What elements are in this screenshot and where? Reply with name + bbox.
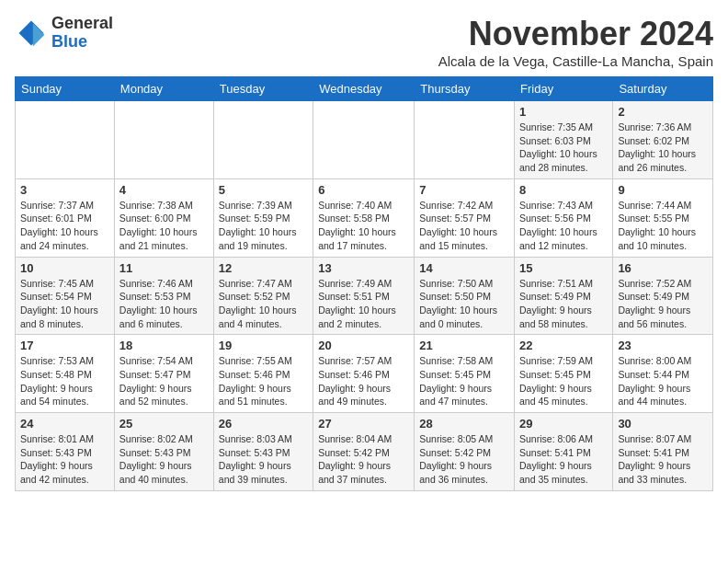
day-info: Sunrise: 7:35 AM Sunset: 6:03 PM Dayligh… <box>519 121 608 175</box>
day-cell: 21Sunrise: 7:58 AM Sunset: 5:45 PM Dayli… <box>415 335 515 413</box>
day-number: 28 <box>419 417 509 431</box>
weekday-header-friday: Friday <box>515 77 613 101</box>
day-info: Sunrise: 7:52 AM Sunset: 5:49 PM Dayligh… <box>618 277 708 331</box>
week-row-5: 24Sunrise: 8:01 AM Sunset: 5:43 PM Dayli… <box>16 413 713 491</box>
location-title: Alcala de la Vega, Castille-La Mancha, S… <box>438 53 713 69</box>
day-cell: 16Sunrise: 7:52 AM Sunset: 5:49 PM Dayli… <box>613 257 713 335</box>
day-cell: 11Sunrise: 7:46 AM Sunset: 5:53 PM Dayli… <box>114 257 213 335</box>
svg-marker-1 <box>33 23 45 46</box>
day-info: Sunrise: 7:40 AM Sunset: 5:58 PM Dayligh… <box>318 199 409 253</box>
day-number: 22 <box>519 339 608 352</box>
day-cell: 1Sunrise: 7:35 AM Sunset: 6:03 PM Daylig… <box>515 101 613 179</box>
day-info: Sunrise: 7:58 AM Sunset: 5:45 PM Dayligh… <box>419 354 509 408</box>
day-info: Sunrise: 7:55 AM Sunset: 5:46 PM Dayligh… <box>219 354 308 408</box>
day-cell: 2Sunrise: 7:36 AM Sunset: 6:02 PM Daylig… <box>613 101 713 179</box>
day-number: 30 <box>618 417 708 431</box>
day-cell <box>16 101 115 179</box>
day-number: 19 <box>219 339 308 352</box>
day-number: 27 <box>318 417 409 431</box>
day-cell: 3Sunrise: 7:37 AM Sunset: 6:01 PM Daylig… <box>16 178 115 257</box>
day-number: 5 <box>219 183 308 197</box>
day-info: Sunrise: 7:37 AM Sunset: 6:01 PM Dayligh… <box>20 199 109 253</box>
month-title: November 2024 <box>438 15 713 53</box>
calendar-body: 1Sunrise: 7:35 AM Sunset: 6:03 PM Daylig… <box>16 101 713 491</box>
day-number: 13 <box>318 261 409 275</box>
day-info: Sunrise: 8:06 AM Sunset: 5:41 PM Dayligh… <box>519 432 608 487</box>
day-info: Sunrise: 7:59 AM Sunset: 5:45 PM Dayligh… <box>519 354 608 408</box>
day-number: 18 <box>119 339 209 352</box>
day-cell: 18Sunrise: 7:54 AM Sunset: 5:47 PM Dayli… <box>114 335 213 413</box>
day-cell <box>313 101 415 179</box>
day-cell: 7Sunrise: 7:42 AM Sunset: 5:57 PM Daylig… <box>415 178 515 257</box>
day-cell: 22Sunrise: 7:59 AM Sunset: 5:45 PM Dayli… <box>515 335 613 413</box>
day-info: Sunrise: 8:05 AM Sunset: 5:42 PM Dayligh… <box>419 432 509 487</box>
day-cell: 14Sunrise: 7:50 AM Sunset: 5:50 PM Dayli… <box>415 257 515 335</box>
day-cell: 30Sunrise: 8:07 AM Sunset: 5:41 PM Dayli… <box>613 413 713 491</box>
day-info: Sunrise: 7:43 AM Sunset: 5:56 PM Dayligh… <box>519 199 608 253</box>
day-number: 25 <box>119 417 209 431</box>
day-cell <box>114 101 213 179</box>
calendar: SundayMondayTuesdayWednesdayThursdayFrid… <box>15 76 713 491</box>
day-info: Sunrise: 8:04 AM Sunset: 5:42 PM Dayligh… <box>318 432 409 487</box>
day-info: Sunrise: 7:42 AM Sunset: 5:57 PM Dayligh… <box>419 199 509 253</box>
day-info: Sunrise: 7:46 AM Sunset: 5:53 PM Dayligh… <box>119 277 209 331</box>
weekday-header-monday: Monday <box>114 77 213 101</box>
day-info: Sunrise: 7:50 AM Sunset: 5:50 PM Dayligh… <box>419 277 509 331</box>
day-number: 1 <box>519 105 608 119</box>
weekday-header-thursday: Thursday <box>415 77 515 101</box>
day-cell: 5Sunrise: 7:39 AM Sunset: 5:59 PM Daylig… <box>213 178 313 257</box>
day-info: Sunrise: 7:47 AM Sunset: 5:52 PM Dayligh… <box>219 277 308 331</box>
day-cell: 20Sunrise: 7:57 AM Sunset: 5:46 PM Dayli… <box>313 335 415 413</box>
day-cell: 13Sunrise: 7:49 AM Sunset: 5:51 PM Dayli… <box>313 257 415 335</box>
day-info: Sunrise: 8:00 AM Sunset: 5:44 PM Dayligh… <box>618 354 708 408</box>
logo-general: General <box>51 15 113 33</box>
day-number: 6 <box>318 183 409 197</box>
day-number: 8 <box>519 183 608 197</box>
day-info: Sunrise: 7:38 AM Sunset: 6:00 PM Dayligh… <box>119 199 209 253</box>
day-info: Sunrise: 7:54 AM Sunset: 5:47 PM Dayligh… <box>119 354 209 408</box>
day-number: 3 <box>20 183 109 197</box>
day-number: 20 <box>318 339 409 352</box>
day-number: 2 <box>618 105 708 119</box>
title-area: November 2024 Alcala de la Vega, Castill… <box>438 15 713 69</box>
logo-icon <box>15 17 48 50</box>
day-number: 12 <box>219 261 308 275</box>
day-cell: 4Sunrise: 7:38 AM Sunset: 6:00 PM Daylig… <box>114 178 213 257</box>
day-number: 16 <box>618 261 708 275</box>
day-cell: 25Sunrise: 8:02 AM Sunset: 5:43 PM Dayli… <box>114 413 213 491</box>
day-number: 7 <box>419 183 509 197</box>
day-number: 4 <box>119 183 209 197</box>
day-cell: 26Sunrise: 8:03 AM Sunset: 5:43 PM Dayli… <box>213 413 313 491</box>
day-number: 17 <box>20 339 109 352</box>
day-number: 23 <box>618 339 708 352</box>
day-cell: 12Sunrise: 7:47 AM Sunset: 5:52 PM Dayli… <box>213 257 313 335</box>
day-cell: 8Sunrise: 7:43 AM Sunset: 5:56 PM Daylig… <box>515 178 613 257</box>
day-cell: 10Sunrise: 7:45 AM Sunset: 5:54 PM Dayli… <box>16 257 115 335</box>
calendar-header: SundayMondayTuesdayWednesdayThursdayFrid… <box>16 77 713 101</box>
day-number: 21 <box>419 339 509 352</box>
day-cell: 6Sunrise: 7:40 AM Sunset: 5:58 PM Daylig… <box>313 178 415 257</box>
day-cell: 17Sunrise: 7:53 AM Sunset: 5:48 PM Dayli… <box>16 335 115 413</box>
day-number: 24 <box>20 417 109 431</box>
day-number: 15 <box>519 261 608 275</box>
page-header: General Blue November 2024 Alcala de la … <box>15 15 713 69</box>
day-info: Sunrise: 7:49 AM Sunset: 5:51 PM Dayligh… <box>318 277 409 331</box>
day-number: 11 <box>119 261 209 275</box>
day-cell: 27Sunrise: 8:04 AM Sunset: 5:42 PM Dayli… <box>313 413 415 491</box>
day-cell: 29Sunrise: 8:06 AM Sunset: 5:41 PM Dayli… <box>515 413 613 491</box>
day-cell: 28Sunrise: 8:05 AM Sunset: 5:42 PM Dayli… <box>415 413 515 491</box>
day-number: 14 <box>419 261 509 275</box>
day-info: Sunrise: 7:51 AM Sunset: 5:49 PM Dayligh… <box>519 277 608 331</box>
day-info: Sunrise: 8:02 AM Sunset: 5:43 PM Dayligh… <box>119 432 209 487</box>
day-number: 10 <box>20 261 109 275</box>
logo-blue: Blue <box>51 33 113 52</box>
logo: General Blue <box>15 15 113 52</box>
day-info: Sunrise: 7:57 AM Sunset: 5:46 PM Dayligh… <box>318 354 409 408</box>
day-info: Sunrise: 7:53 AM Sunset: 5:48 PM Dayligh… <box>20 354 109 408</box>
day-number: 9 <box>618 183 708 197</box>
day-info: Sunrise: 7:36 AM Sunset: 6:02 PM Dayligh… <box>618 121 708 175</box>
day-info: Sunrise: 7:45 AM Sunset: 5:54 PM Dayligh… <box>20 277 109 331</box>
day-info: Sunrise: 8:03 AM Sunset: 5:43 PM Dayligh… <box>219 432 308 487</box>
week-row-2: 3Sunrise: 7:37 AM Sunset: 6:01 PM Daylig… <box>16 178 713 257</box>
weekday-header-tuesday: Tuesday <box>213 77 313 101</box>
